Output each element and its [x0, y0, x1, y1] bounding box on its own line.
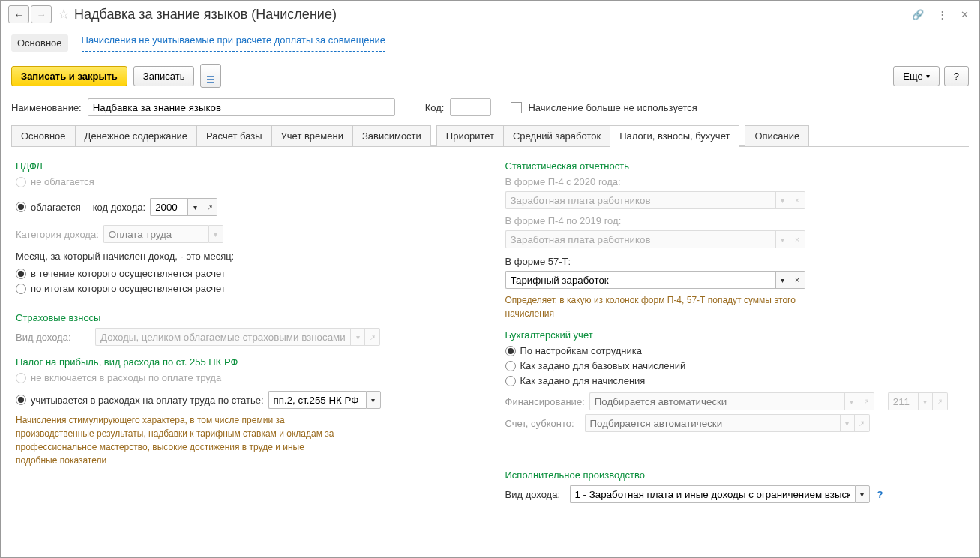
acct-base-label: Как задано для базовых начислений: [520, 360, 686, 371]
p4-2019-dropdown: ▾: [775, 230, 790, 248]
ndfl-cat-label: Категория дохода:: [16, 229, 99, 240]
name-input[interactable]: [88, 98, 395, 116]
stats-help: Определяет, в какую из колонок форм П-4,…: [505, 293, 835, 320]
insurance-dropdown: ▾: [350, 328, 365, 346]
financing-open: ⭷: [859, 392, 874, 410]
profit-tax-help: Начисления стимулирующего характера, в т…: [16, 413, 346, 467]
financing-label: Финансирование:: [505, 396, 585, 407]
ndfl-not-taxed-label: не облагается: [31, 176, 94, 188]
list-button[interactable]: [200, 64, 221, 88]
ndfl-cat-input: [103, 225, 208, 243]
p4-2019-clear: ×: [790, 230, 805, 248]
p4-2020-label: В форме П-4 с 2020 года:: [505, 176, 965, 188]
month-after-label: по итогам которого осуществляется расчет: [31, 283, 226, 294]
tab-desc[interactable]: Описание: [745, 125, 809, 146]
ndfl-month-label: Месяц, за который начислен доход, - это …: [16, 250, 475, 262]
profit-not-included-label: не включается в расходы по оплате труда: [31, 372, 221, 383]
save-button[interactable]: Записать: [133, 66, 195, 86]
financing-dropdown: ▾: [844, 392, 859, 410]
f57t-clear[interactable]: ×: [790, 271, 805, 289]
profit-included-radio[interactable]: [16, 394, 26, 405]
tab-avg[interactable]: Средний заработок: [503, 125, 610, 146]
p4-2019-label: В форме П-4 по 2019 год:: [505, 215, 965, 226]
tab-taxes[interactable]: Налоги, взносы, бухучет: [610, 125, 739, 147]
p4-2020-clear: ×: [790, 191, 805, 209]
accounting-header: Бухгалтерский учет: [505, 329, 965, 340]
financing-code-open: ⭷: [933, 392, 948, 410]
f57t-dropdown[interactable]: ▾: [775, 271, 790, 289]
profit-tax-header: Налог на прибыль, вид расхода по ст. 255…: [16, 356, 475, 368]
account-label: Счет, субконто:: [505, 418, 580, 429]
ndfl-header: НДФЛ: [16, 160, 475, 172]
ndfl-taxed-label: облагается: [31, 202, 81, 213]
stats-header: Статистическая отчетность: [505, 160, 965, 172]
list-icon: [207, 76, 214, 83]
acct-accrual-radio[interactable]: [505, 376, 516, 386]
profit-not-included-radio: [16, 373, 26, 383]
forward-button[interactable]: →: [31, 5, 52, 23]
ndfl-taxed-radio[interactable]: [16, 202, 26, 212]
tab-base[interactable]: Расчет базы: [196, 125, 272, 146]
financing-code-dropdown: ▾: [918, 392, 933, 410]
exec-type-dropdown[interactable]: ▾: [855, 485, 870, 503]
help-button[interactable]: ?: [944, 66, 969, 86]
subnav-main[interactable]: Основное: [11, 34, 68, 52]
not-used-label: Начисление больше не используется: [528, 102, 697, 113]
p4-2020-input: [505, 191, 775, 209]
more-button[interactable]: Еще▾: [893, 66, 939, 86]
month-during-label: в течение которого осуществляется расчет: [31, 268, 226, 279]
exec-type-label: Вид дохода:: [505, 489, 565, 500]
acct-base-radio[interactable]: [505, 361, 516, 371]
code-input[interactable]: [450, 98, 491, 116]
profit-article-dropdown[interactable]: ▾: [366, 391, 381, 409]
acct-emp-radio[interactable]: [505, 346, 516, 356]
insurance-type-input: [95, 328, 350, 346]
f57t-label: В форме 57-Т:: [505, 256, 965, 267]
ndfl-code-input[interactable]: [150, 198, 187, 216]
favorite-icon[interactable]: ☆: [58, 6, 70, 22]
exec-help-icon[interactable]: ?: [874, 489, 886, 500]
exec-type-input[interactable]: [570, 485, 855, 503]
ndfl-code-open[interactable]: ⭷: [202, 198, 217, 216]
chevron-down-icon: ▾: [926, 72, 930, 80]
not-used-checkbox[interactable]: [511, 102, 522, 113]
profit-article-input[interactable]: [268, 391, 366, 409]
tab-money[interactable]: Денежное содержание: [75, 125, 197, 146]
ndfl-code-label: код дохода:: [93, 202, 145, 213]
insurance-type-label: Вид дохода:: [16, 332, 91, 343]
kebab-icon[interactable]: ⋮: [934, 8, 950, 22]
ndfl-cat-dropdown: ▾: [208, 225, 223, 243]
tab-main[interactable]: Основное: [11, 125, 76, 146]
month-after-radio[interactable]: [16, 284, 26, 294]
save-close-button[interactable]: Записать и закрыть: [11, 66, 127, 86]
profit-included-label: учитывается в расходах на оплату труда п…: [31, 394, 264, 406]
code-label: Код:: [425, 102, 445, 113]
insurance-open: ⭷: [365, 328, 380, 346]
f57t-input[interactable]: [505, 271, 775, 289]
exec-header: Исполнительное производство: [505, 470, 965, 481]
close-icon[interactable]: ✕: [958, 8, 972, 22]
name-label: Наименование:: [11, 102, 82, 113]
tab-deps[interactable]: Зависимости: [352, 125, 431, 146]
ndfl-not-taxed-radio: [16, 177, 26, 188]
account-input: [585, 414, 840, 432]
financing-code-input: [888, 392, 918, 410]
subnav-link-not-counted[interactable]: Начисления не учитываемые при расчете до…: [82, 34, 386, 52]
month-during-radio[interactable]: [16, 268, 26, 279]
tab-priority[interactable]: Приоритет: [436, 125, 504, 146]
back-button[interactable]: ←: [8, 5, 29, 23]
window-title: Надбавка за знание языков (Начисление): [74, 7, 337, 22]
link-icon[interactable]: 🔗: [909, 8, 927, 22]
p4-2020-dropdown: ▾: [775, 191, 790, 209]
acct-accrual-label: Как задано для начисления: [520, 375, 646, 386]
tab-time[interactable]: Учет времени: [271, 125, 353, 146]
account-open: ⭷: [855, 414, 870, 432]
financing-input: [589, 392, 844, 410]
account-dropdown: ▾: [840, 414, 855, 432]
insurance-header: Страховые взносы: [16, 312, 475, 323]
acct-emp-label: По настройкам сотрудника: [520, 345, 642, 356]
p4-2019-input: [505, 230, 775, 248]
ndfl-code-dropdown[interactable]: ▾: [187, 198, 202, 216]
